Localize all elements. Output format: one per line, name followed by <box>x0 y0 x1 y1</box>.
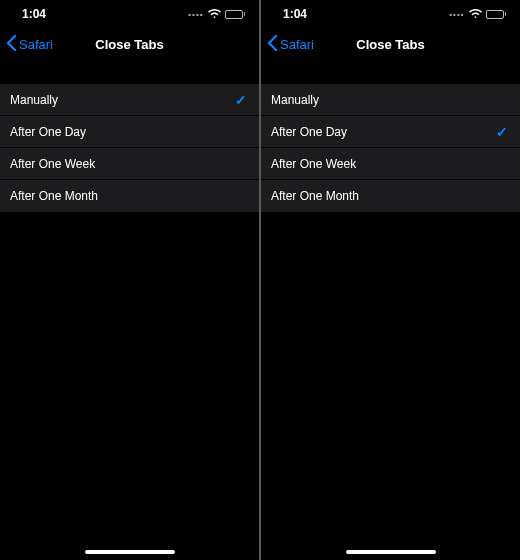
cellular-icon: •••• <box>449 10 464 19</box>
option-label: Manually <box>271 93 319 107</box>
chevron-left-icon <box>6 35 17 54</box>
option-label: After One Day <box>271 125 347 139</box>
option-label: After One Week <box>271 157 356 171</box>
status-bar: 1:04 •••• <box>0 0 259 28</box>
battery-icon <box>225 10 246 19</box>
option-label: After One Month <box>10 189 98 203</box>
phone-screen-left: 1:04 •••• Safari Close Tabs Manually ✓ A… <box>0 0 259 560</box>
option-label: Manually <box>10 93 58 107</box>
back-label: Safari <box>19 37 53 52</box>
option-label: After One Day <box>10 125 86 139</box>
status-bar: 1:04 •••• <box>261 0 520 28</box>
battery-icon <box>486 10 507 19</box>
option-row[interactable]: After One Month ✓ <box>261 180 520 212</box>
option-row[interactable]: Manually ✓ <box>0 84 259 116</box>
option-row[interactable]: After One Month ✓ <box>0 180 259 212</box>
option-row[interactable]: After One Day ✓ <box>0 116 259 148</box>
home-indicator[interactable] <box>85 550 175 554</box>
status-time: 1:04 <box>283 7 307 21</box>
checkmark-icon: ✓ <box>235 92 247 108</box>
checkmark-icon: ✓ <box>496 124 508 140</box>
option-row[interactable]: After One Day ✓ <box>261 116 520 148</box>
option-row[interactable]: Manually ✓ <box>261 84 520 116</box>
options-list: Manually ✓ After One Day ✓ After One Wee… <box>261 84 520 212</box>
option-label: After One Month <box>271 189 359 203</box>
cellular-icon: •••• <box>188 10 203 19</box>
wifi-icon <box>208 9 221 19</box>
status-time: 1:04 <box>22 7 46 21</box>
option-row[interactable]: After One Week ✓ <box>0 148 259 180</box>
wifi-icon <box>469 9 482 19</box>
option-label: After One Week <box>10 157 95 171</box>
options-list: Manually ✓ After One Day ✓ After One Wee… <box>0 84 259 212</box>
nav-bar: Safari Close Tabs <box>0 28 259 60</box>
home-indicator[interactable] <box>346 550 436 554</box>
nav-bar: Safari Close Tabs <box>261 28 520 60</box>
back-label: Safari <box>280 37 314 52</box>
back-button[interactable]: Safari <box>267 35 314 54</box>
phone-screen-right: 1:04 •••• Safari Close Tabs Manually ✓ A… <box>261 0 520 560</box>
status-right: •••• <box>449 9 506 19</box>
chevron-left-icon <box>267 35 278 54</box>
option-row[interactable]: After One Week ✓ <box>261 148 520 180</box>
status-right: •••• <box>188 9 245 19</box>
back-button[interactable]: Safari <box>6 35 53 54</box>
